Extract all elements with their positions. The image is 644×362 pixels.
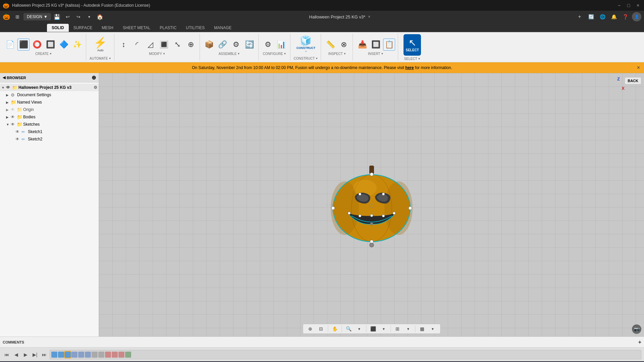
qa-dropdown-button[interactable]: ▼ [85,12,94,21]
root-settings-icon[interactable]: ⚙ [94,85,97,90]
comments-add-button[interactable]: + [638,339,641,345]
combine-button[interactable]: ⊕ [185,39,197,51]
new-component-assemble-button[interactable]: 📦 [203,39,215,51]
sketch1-visibility-icon[interactable]: 👁 [15,129,21,134]
timeline-last-button[interactable]: ⏭ [40,351,48,359]
timeline-track[interactable] [50,350,641,359]
capture-image-button[interactable]: 📷 [632,324,641,334]
automate-button[interactable]: ⚡ Auto [92,34,109,55]
viewport-dropdown-button[interactable]: ▼ [428,325,437,333]
revolve-button[interactable]: ⭕ [31,39,43,51]
undo-button[interactable]: ↩ [63,12,72,21]
tab-sheet-metal[interactable]: SHEET METAL [118,24,155,32]
zoom-button[interactable]: 🔍 [344,325,353,333]
tab-mesh[interactable]: MESH [97,24,118,32]
browser-root-item[interactable]: ▼ 👁 📁 Halloween Project 25 KG v3 ⚙ [0,84,99,91]
timeline-step-6[interactable] [85,352,91,358]
timeline-step-4[interactable] [71,352,77,358]
bodies-visibility-icon[interactable]: 👁 [11,115,16,119]
chamfer-button[interactable]: ◿ [145,39,157,51]
timeline-step-12[interactable] [125,352,131,358]
user-profile-button[interactable]: 👤 [632,12,641,21]
configure-parameters-button[interactable]: ⚙ [262,39,274,51]
timeline-step-10[interactable] [112,352,118,358]
timeline-step-7[interactable] [92,352,98,358]
sketch2-visibility-icon[interactable]: 👁 [15,137,21,141]
banner-close-button[interactable]: × [637,65,640,71]
inspect-label[interactable]: INSPECT ▼ [328,52,346,56]
browser-item-sketches[interactable]: ▼ 👁 📁 Sketches [0,121,99,128]
minimize-button[interactable]: − [616,2,623,9]
insert-mesh-button[interactable]: 🔲 [370,39,382,51]
tab-plastic[interactable]: PLASTIC [155,24,181,32]
measure-button[interactable]: 📏 [324,39,336,51]
browser-add-button[interactable]: ⊕ [92,74,96,81]
browser-item-document-settings[interactable]: ▶ ⚙ Document Settings [0,91,99,99]
home-button[interactable]: 🏠 [95,12,105,21]
configure-table-button[interactable]: 📊 [275,39,287,51]
new-tab-button[interactable]: + [575,12,584,21]
display-settings-button[interactable]: ⬛ [368,325,378,333]
timeline-prev-button[interactable]: ◀ [12,351,20,359]
create-label[interactable]: CREATE ▼ [35,52,52,56]
select-button[interactable]: ↖ SELECT [404,34,421,56]
tab-solid[interactable]: SOLID [47,24,69,32]
notifications-button[interactable]: 🔔 [609,12,619,21]
zoom-dropdown-button[interactable]: ▼ [355,325,364,333]
browser-item-sketch1[interactable]: ▶ 👁 ✏ Sketch1 [0,128,99,135]
viewport[interactable]: BACK Z X [99,73,644,337]
timeline-play-button[interactable]: ▶ [21,351,30,359]
scale-button[interactable]: ⤡ [171,39,183,51]
shell-button[interactable]: 🔳 [158,39,170,51]
press-pull-button[interactable]: ↕ [118,39,130,51]
look-at-button[interactable]: ⊟ [316,325,326,333]
pan-button[interactable]: ✋ [330,325,339,333]
close-button[interactable]: × [635,2,641,9]
browser-collapse-icon[interactable]: ◀ [3,75,5,80]
design-dropdown-button[interactable]: DESIGN ▼ [23,13,51,20]
notification-link[interactable]: here [405,65,414,70]
back-view-button[interactable]: BACK [625,77,641,84]
timeline-step-3[interactable] [65,352,71,358]
browser-item-origin[interactable]: ▶ 👁 📁 Origin [0,106,99,113]
automate-label[interactable]: AUTOMATE ▼ [90,57,111,60]
timeline-step-1[interactable] [51,352,57,358]
hole-button[interactable]: 🔲 [44,39,56,51]
thread-button[interactable]: 🔷 [58,39,70,51]
timeline-step-8[interactable] [98,352,104,358]
motion-link-button[interactable]: 🔄 [244,39,256,51]
construct-label[interactable]: CONSTRUCT ▼ [294,57,318,60]
modify-label[interactable]: MODIFY ▼ [149,52,165,56]
tab-utilities[interactable]: UTILITIES [181,24,209,32]
insert-svg-button[interactable]: 📋 [383,39,395,51]
timeline-step-5[interactable] [78,352,84,358]
viewport-settings-button[interactable]: ▦ [417,325,427,333]
display-dropdown-button[interactable]: ▼ [379,325,388,333]
browser-item-bodies[interactable]: ▶ 👁 📁 Bodies [0,113,99,121]
browser-item-named-views[interactable]: ▶ 📁 Named Views [0,99,99,106]
apps-menu-button[interactable]: ⊞ [13,12,22,21]
redo-button[interactable]: ↪ [74,12,83,21]
sync-button[interactable]: 🔄 [586,12,596,21]
new-component-button[interactable]: 📄 [4,39,16,51]
interference-button[interactable]: ⊗ [338,39,350,51]
joint-button[interactable]: 🔗 [217,39,229,51]
timeline-step-11[interactable] [118,352,124,358]
grid-dropdown-button[interactable]: ▼ [404,325,413,333]
assemble-label[interactable]: ASSEMBLE ▼ [219,52,240,56]
tab-close-icon[interactable]: × [368,14,370,19]
timeline-step-2[interactable] [58,352,64,358]
root-visibility-icon[interactable]: 👁 [6,85,11,90]
help-button[interactable]: ❓ [621,12,630,21]
create-more-button[interactable]: ✨ [71,39,83,51]
grid-settings-button[interactable]: ⊞ [393,325,402,333]
timeline-next-button[interactable]: ▶| [31,351,39,359]
orbit-button[interactable]: ⊕ [306,325,315,333]
tab-surface[interactable]: SURFACE [69,24,97,32]
insert-label[interactable]: INSERT ▼ [368,52,383,56]
as-built-joint-button[interactable]: ⚙ [230,39,242,51]
browser-item-sketch2[interactable]: ▶ 👁 ✏ Sketch2 [0,135,99,143]
tab-manage[interactable]: MANAGE [209,24,236,32]
timeline-step-9[interactable] [105,352,111,358]
timeline-first-button[interactable]: ⏮ [3,351,11,359]
